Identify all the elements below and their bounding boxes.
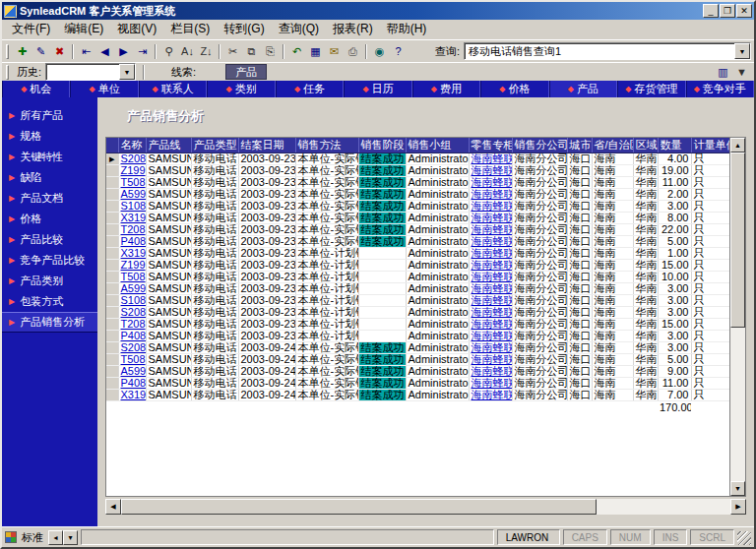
sidebar-item[interactable]: ▶产品比较 — [2, 229, 97, 250]
cell-retail-counter[interactable]: 海南蜂联科技 — [469, 307, 512, 319]
cell-name[interactable]: X319 — [118, 390, 146, 401]
cut-icon[interactable]: ✂ — [223, 42, 242, 60]
cell-retail-counter[interactable]: 海南蜂联科技 — [469, 319, 512, 331]
table-row[interactable]: T208SAMSUNG移动电话2003-09-23本单位-计划销售Adminis… — [106, 319, 729, 331]
sidebar-item[interactable]: ▶所有产品 — [2, 105, 97, 126]
cell-retail-counter[interactable]: 海南蜂联科技 — [469, 283, 512, 295]
next-record-icon[interactable]: ▶ — [114, 42, 133, 60]
column-header-close-date[interactable]: 结案日期 — [238, 138, 295, 153]
tab-item[interactable]: ◆存货管理 — [617, 81, 685, 97]
column-header-unit[interactable]: 计量单位 — [691, 138, 729, 153]
grid-icon[interactable]: ▦ — [306, 42, 325, 60]
cell-name[interactable]: T508 — [118, 272, 146, 283]
cell-retail-counter[interactable]: 海南蜂联科技 — [469, 236, 512, 248]
cell-retail-counter[interactable]: 海南蜂联科技 — [469, 201, 512, 213]
table-row[interactable]: T508SAMSUNG移动电话2003-09-24本单位-实际销售结案成功Adm… — [106, 354, 729, 366]
table-row[interactable]: P408SAMSUNG移动电话2003-09-23本单位-实际销售结案成功Adm… — [106, 236, 729, 248]
history-combobox-value[interactable] — [46, 64, 119, 80]
cell-retail-counter[interactable]: 海南蜂联科技 — [469, 354, 512, 366]
cell-name[interactable]: A599 — [118, 283, 146, 295]
sort-asc-icon[interactable]: A↓ — [178, 42, 197, 60]
table-row[interactable]: X319SAMSUNG移动电话2003-09-23本单位-计划销售Adminis… — [106, 248, 729, 260]
cell-retail-counter[interactable]: 海南蜂联科技 — [469, 213, 512, 224]
sidebar-item[interactable]: ▶缺陷 — [2, 167, 97, 188]
table-row[interactable]: T508SAMSUNG移动电话2003-09-23本单位-实际销售结案成功Adm… — [106, 177, 729, 189]
minimize-button[interactable]: _ — [703, 4, 719, 18]
column-header-name[interactable]: 名称 — [118, 138, 146, 153]
edit-record-icon[interactable]: ✎ — [32, 42, 50, 60]
cell-name[interactable]: S208 — [118, 307, 146, 319]
find-icon[interactable]: ◉ — [370, 42, 389, 60]
cell-name[interactable]: S108 — [118, 201, 146, 213]
sort-desc-icon[interactable]: Z↓ — [197, 42, 216, 60]
sidebar-item[interactable]: ▶产品类别 — [2, 271, 97, 291]
cell-name[interactable]: A599 — [118, 366, 146, 378]
cell-name[interactable]: A599 — [118, 189, 146, 201]
cell-retail-counter[interactable]: 海南蜂联科技 — [469, 153, 512, 165]
cell-name[interactable]: Z199 — [118, 260, 146, 272]
menu-item[interactable]: 帮助(H) — [380, 20, 434, 39]
column-header-quantity[interactable]: 数量 — [658, 138, 691, 153]
cell-retail-counter[interactable]: 海南蜂联科技 — [469, 165, 512, 177]
first-record-icon[interactable]: ⇤ — [77, 42, 95, 60]
table-row[interactable]: S108SAMSUNG移动电话2003-09-23本单位-实际销售结案成功Adm… — [106, 201, 729, 213]
horizontal-scroll-track[interactable] — [121, 499, 730, 515]
menu-item[interactable]: 编辑(E) — [57, 20, 110, 39]
column-header-sales-stage[interactable]: 销售阶段 — [358, 138, 406, 153]
query-combobox-arrow[interactable]: ▼ — [734, 43, 750, 59]
cell-name[interactable]: S208 — [118, 153, 146, 165]
history-combobox-arrow[interactable]: ▼ — [119, 64, 135, 80]
cell-retail-counter[interactable]: 海南蜂联科技 — [469, 295, 512, 307]
table-row[interactable]: S208SAMSUNG移动电话2003-09-24本单位-实际销售结案成功Adm… — [106, 342, 729, 354]
filter-icon[interactable]: ▼ — [732, 63, 751, 81]
vertical-scrollbar[interactable]: ▲ ▼ — [729, 138, 745, 496]
delete-record-icon[interactable]: ✖ — [50, 42, 69, 60]
menu-item[interactable]: 视图(V) — [110, 20, 163, 39]
cell-retail-counter[interactable]: 海南蜂联科技 — [469, 366, 512, 378]
print-icon[interactable]: ⎙ — [344, 42, 362, 60]
table-row[interactable]: ▸S208SAMSUNG移动电话2003-09-23本单位-实际销售结案成功Ad… — [106, 153, 729, 165]
zoom-icon[interactable]: ⚲ — [159, 42, 178, 60]
tab-item[interactable]: ◆单位 — [70, 81, 138, 97]
cell-name[interactable]: T208 — [118, 224, 146, 236]
menu-item[interactable]: 报表(R) — [326, 20, 380, 39]
prev-record-icon[interactable]: ◀ — [95, 42, 114, 60]
column-header-sales-branch[interactable]: 销售分公司 — [512, 138, 567, 153]
undo-icon[interactable]: ↶ — [287, 42, 306, 60]
tab-item[interactable]: ◆任务 — [276, 81, 344, 97]
column-header-city[interactable]: 城市 — [567, 138, 592, 153]
column-header-product-line[interactable]: 产品线 — [146, 138, 191, 153]
tab-item[interactable]: ◆产品 — [549, 81, 617, 97]
menu-item[interactable]: 转到(G) — [217, 20, 271, 39]
table-row[interactable]: X319SAMSUNG移动电话2003-09-23本单位-实际销售结案成功Adm… — [106, 213, 729, 224]
tab-item[interactable]: ◆联系人 — [139, 81, 207, 97]
copy-icon[interactable]: ⧉ — [242, 42, 261, 60]
table-row[interactable]: A599SAMSUNG移动电话2003-09-24本单位-实际销售结案成功Adm… — [106, 366, 729, 378]
menu-item[interactable]: 查询(Q) — [272, 20, 326, 39]
cell-name[interactable]: S108 — [118, 295, 146, 307]
cell-name[interactable]: Z199 — [118, 165, 146, 177]
tab-item[interactable]: ◆费用 — [412, 81, 480, 97]
table-row[interactable]: Z199SAMSUNG移动电话2003-09-23本单位-计划销售Adminis… — [106, 260, 729, 272]
cell-retail-counter[interactable]: 海南蜂联科技 — [469, 224, 512, 236]
cell-name[interactable]: S208 — [118, 342, 146, 354]
sidebar-item[interactable]: ▶价格 — [2, 209, 97, 229]
resize-grip[interactable] — [737, 531, 751, 545]
horizontal-scroll-thumb[interactable] — [121, 499, 597, 515]
horizontal-scrollbar[interactable]: ◀ ▶ — [105, 499, 746, 515]
cell-name[interactable]: X319 — [118, 213, 146, 224]
cell-retail-counter[interactable]: 海南蜂联科技 — [469, 378, 512, 390]
sidebar-item[interactable]: ▶竞争产品比较 — [2, 250, 97, 271]
sidebar-item[interactable]: ▶产品销售分析 — [2, 312, 97, 333]
last-record-icon[interactable]: ⇥ — [133, 42, 152, 60]
table-row[interactable]: T508SAMSUNG移动电话2003-09-23本单位-计划销售Adminis… — [106, 272, 729, 283]
table-row[interactable]: A599SAMSUNG移动电话2003-09-23本单位-实际销售结案成功Adm… — [106, 189, 729, 201]
sidebar-item[interactable]: ▶产品文档 — [2, 188, 97, 209]
cell-name[interactable]: T508 — [118, 354, 146, 366]
cell-name[interactable]: X319 — [118, 248, 146, 260]
menu-item[interactable]: 栏目(S) — [163, 20, 217, 39]
column-header-retail-counter[interactable]: 零售专柜 — [469, 138, 512, 153]
column-header-region[interactable]: 区域 — [633, 138, 658, 153]
cell-name[interactable]: T208 — [118, 319, 146, 331]
columns-icon[interactable]: ▥ — [714, 63, 732, 81]
